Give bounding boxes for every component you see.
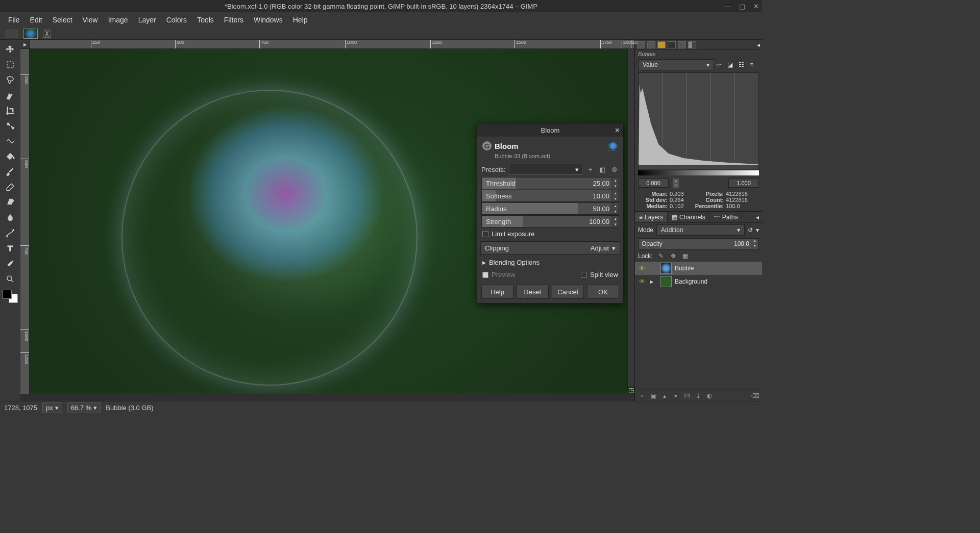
- new-layer-button[interactable]: ▫: [637, 391, 647, 400]
- presets-dropdown[interactable]: ▾: [509, 164, 582, 175]
- clone-tool[interactable]: [3, 195, 17, 210]
- opacity-slider[interactable]: Opacity 100.0 ▴▾: [638, 238, 759, 249]
- dock-tab-1[interactable]: [637, 41, 645, 48]
- dialog-close-button[interactable]: ✕: [615, 126, 620, 134]
- blending-options-expander[interactable]: ▶ Blending Options: [477, 256, 623, 269]
- preset-save-button[interactable]: ◧: [598, 165, 607, 174]
- clipping-dropdown[interactable]: Clipping Adjust ▾: [480, 241, 620, 255]
- menu-layer[interactable]: Layer: [133, 14, 161, 26]
- menu-select[interactable]: Select: [47, 14, 78, 26]
- hist-lum-icon[interactable]: ≡: [750, 61, 759, 68]
- dock-tab-5[interactable]: [678, 41, 686, 48]
- menu-file[interactable]: File: [3, 14, 25, 26]
- lock-alpha-icon[interactable]: ▦: [681, 252, 690, 260]
- window-maximize-button[interactable]: ▢: [739, 3, 745, 10]
- transform-tool[interactable]: [3, 119, 17, 133]
- dock-tab-3[interactable]: [657, 41, 666, 48]
- ruler-corner[interactable]: ▸: [20, 40, 30, 49]
- path-tool[interactable]: [3, 226, 17, 240]
- smudge-tool[interactable]: [3, 211, 17, 225]
- vertical-ruler[interactable]: 25050075010001250: [20, 49, 30, 394]
- window-minimize-button[interactable]: —: [724, 3, 731, 10]
- window-close-button[interactable]: ✕: [753, 3, 759, 10]
- mode-dropdown[interactable]: Addition ▾: [656, 224, 745, 236]
- image-tab-thumbnail[interactable]: [23, 29, 38, 39]
- lock-position-icon[interactable]: ✥: [669, 252, 677, 260]
- zoom-dropdown[interactable]: 66.7 % ▾: [67, 402, 101, 413]
- tab-layers[interactable]: ≡Layers: [635, 212, 668, 222]
- horizontal-scrollbar[interactable]: [20, 394, 634, 401]
- menu-edit[interactable]: Edit: [25, 14, 47, 26]
- preset-manage-button[interactable]: ⚙: [610, 165, 619, 174]
- crop-tool[interactable]: [3, 104, 17, 118]
- menu-help[interactable]: Help: [288, 14, 313, 26]
- histogram-display[interactable]: [638, 72, 759, 169]
- color-picker-tool[interactable]: [3, 257, 17, 271]
- fuzzy-select-tool[interactable]: [3, 88, 17, 103]
- menu-image[interactable]: Image: [103, 14, 133, 26]
- paintbrush-tool[interactable]: [3, 165, 17, 179]
- hist-rgb-icon[interactable]: ☷: [739, 61, 748, 68]
- eraser-tool[interactable]: [3, 180, 17, 194]
- move-tool[interactable]: [3, 42, 17, 57]
- merge-down-button[interactable]: ⤓: [693, 391, 703, 400]
- mode-reset-icon[interactable]: ↺: [748, 226, 753, 234]
- delete-layer-button[interactable]: ⌫: [750, 391, 760, 400]
- menu-filters[interactable]: Filters: [219, 14, 249, 26]
- unit-dropdown[interactable]: px ▾: [42, 402, 62, 413]
- limit-exposure-checkbox[interactable]: [482, 231, 488, 237]
- split-view-checkbox[interactable]: [581, 272, 587, 278]
- dock-tab-4[interactable]: [668, 41, 676, 48]
- rect-select-tool[interactable]: [3, 58, 17, 72]
- warp-tool[interactable]: [3, 134, 17, 148]
- menu-windows[interactable]: Windows: [249, 14, 288, 26]
- new-group-button[interactable]: ▣: [648, 391, 658, 400]
- cancel-button[interactable]: Cancel: [552, 285, 584, 299]
- layers-config-icon[interactable]: ◂: [756, 214, 762, 221]
- canvas[interactable]: Bloom ✕ G Bloom Bubble-33 (Bloom.xcf) Pr…: [30, 49, 634, 394]
- hist-linear-icon[interactable]: ▱: [716, 61, 725, 68]
- lock-pixels-icon[interactable]: ✎: [657, 252, 665, 260]
- navigation-icon[interactable]: ◳: [627, 387, 634, 394]
- tab-close-button[interactable]: ╳: [43, 30, 51, 38]
- threshold-slider[interactable]: Threshold25.00▴▾: [481, 177, 619, 189]
- help-button[interactable]: Help: [481, 285, 513, 299]
- tab-channels[interactable]: ▦Channels: [668, 212, 710, 222]
- softness-slider[interactable]: Softness10.00▴▾: [481, 190, 619, 202]
- text-tool[interactable]: [3, 241, 17, 256]
- strength-slider[interactable]: Strength100.00▴▾: [481, 215, 619, 227]
- visibility-icon[interactable]: 👁: [637, 264, 647, 273]
- menu-colors[interactable]: Colors: [161, 14, 192, 26]
- histogram-channel-dropdown[interactable]: Value ▾: [638, 59, 714, 70]
- ok-button[interactable]: OK: [587, 285, 619, 299]
- horizontal-ruler[interactable]: 2505007501000125015001750200022: [30, 40, 634, 49]
- reset-button[interactable]: Reset: [517, 285, 549, 299]
- dock-config-icon[interactable]: ◂: [757, 41, 760, 48]
- hist-range-lo-input[interactable]: [638, 179, 669, 188]
- free-select-tool[interactable]: [3, 73, 17, 87]
- layer-row[interactable]: 👁▸Background: [635, 275, 762, 288]
- hist-log-icon[interactable]: ◪: [727, 61, 737, 68]
- bucket-tool[interactable]: [3, 149, 17, 164]
- preview-checkbox[interactable]: ✕: [482, 272, 488, 278]
- raise-layer-button[interactable]: ▴: [659, 391, 670, 400]
- preset-add-button[interactable]: ＋: [585, 165, 595, 174]
- hist-range-hi-input[interactable]: [728, 179, 759, 188]
- duplicate-layer-button[interactable]: ⿻: [682, 391, 692, 400]
- tab-paths[interactable]: 〰Paths: [710, 212, 743, 222]
- dialog-titlebar[interactable]: Bloom ✕: [477, 123, 623, 137]
- vertical-scrollbar[interactable]: [627, 49, 634, 387]
- menu-tools[interactable]: Tools: [192, 14, 219, 26]
- dock-tab-histogram[interactable]: [688, 41, 696, 48]
- zoom-tool[interactable]: [3, 272, 17, 286]
- visibility-icon[interactable]: 👁: [637, 277, 647, 286]
- menu-view[interactable]: View: [78, 14, 103, 26]
- fg-color-swatch[interactable]: [3, 290, 12, 299]
- dock-tab-2[interactable]: [647, 41, 655, 48]
- spin-up[interactable]: ▴: [673, 179, 679, 183]
- layer-row[interactable]: 👁Bubble: [635, 262, 762, 275]
- lower-layer-button[interactable]: ▾: [671, 391, 681, 400]
- spin-down[interactable]: ▾: [673, 183, 679, 188]
- radius-slider[interactable]: Radius50.00▴▾: [481, 202, 619, 215]
- mask-button[interactable]: ◐: [704, 391, 715, 400]
